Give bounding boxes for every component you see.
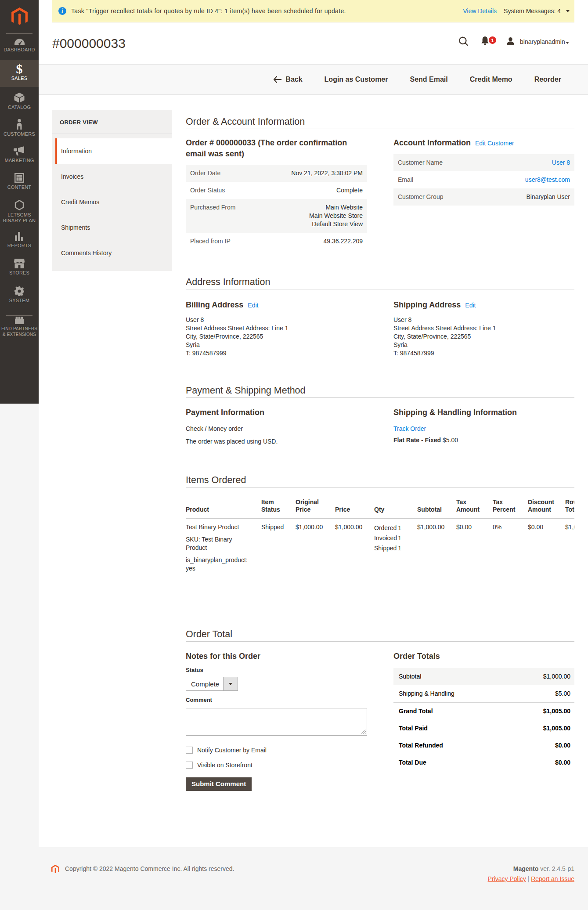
- svg-text:1: 1: [491, 38, 494, 43]
